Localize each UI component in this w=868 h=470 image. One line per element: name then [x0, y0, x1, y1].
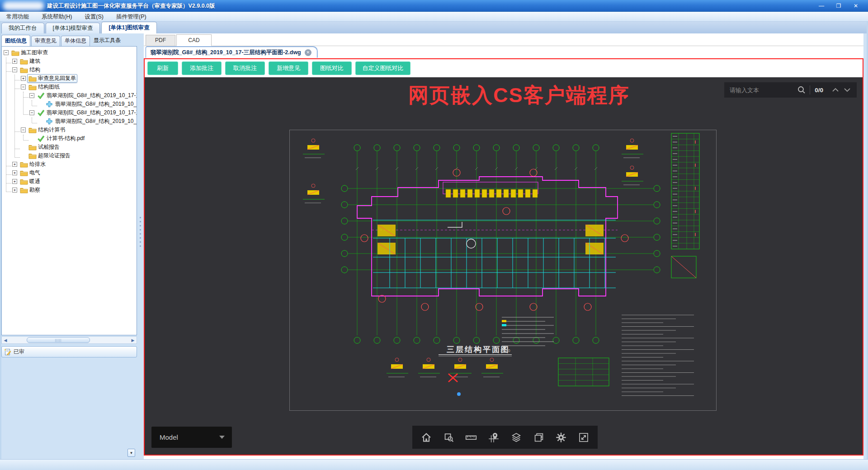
tree-item[interactable]: −结构: [2, 66, 137, 74]
menu-item-1[interactable]: 常用功能: [0, 12, 35, 22]
action-button-4[interactable]: 新增意见: [269, 61, 308, 75]
scrollbar-thumb[interactable]: [27, 337, 90, 343]
search-input[interactable]: [730, 87, 797, 94]
tree-item-label: 超限论证报告: [38, 152, 71, 160]
format-tab-pdf[interactable]: PDF: [146, 35, 175, 46]
reviewed-status-label: 已审: [14, 348, 24, 356]
layers-icon[interactable]: [507, 428, 525, 446]
file-tab-close-icon[interactable]: ✕: [305, 49, 311, 56]
menu-item-2[interactable]: 系统帮助(H): [35, 12, 78, 22]
action-button-1[interactable]: 刷新: [147, 61, 178, 75]
tree-connector: [24, 97, 28, 98]
minimize-button[interactable]: —: [813, 0, 830, 12]
tree-item[interactable]: +暖通: [2, 177, 137, 186]
main-tab-1[interactable]: 我的工作台: [1, 23, 44, 33]
menu-item-4[interactable]: 插件管理(P): [110, 12, 153, 22]
locate-point-icon[interactable]: [485, 428, 503, 446]
zoom-window-icon[interactable]: [440, 428, 458, 446]
main-tab-3[interactable]: [单体1]图纸审查: [101, 22, 156, 33]
tree-connector: [14, 75, 15, 157]
window-title: 建设工程设计施工图一体化审查服务平台（审查专家版）V2.9.0.0版: [47, 0, 215, 12]
tree-item[interactable]: −翡翠湖别院_G8#_结构_2019_10_17-三层结构平面图-2.dwg: [2, 108, 137, 117]
tree-horizontal-scrollbar[interactable]: ◀ ▶: [1, 336, 137, 344]
action-button-5[interactable]: 图纸对比: [312, 61, 352, 75]
search-next-icon[interactable]: [841, 85, 853, 95]
search-previous-icon[interactable]: [830, 85, 841, 95]
action-button-3[interactable]: 取消批注: [225, 61, 265, 75]
tree-connector: [15, 149, 20, 149]
tree-item[interactable]: −结构图纸: [2, 83, 137, 91]
tree-item[interactable]: 试桩报告: [2, 143, 137, 151]
format-tab-cad[interactable]: CAD: [176, 34, 212, 46]
home-icon[interactable]: [417, 428, 435, 446]
menu-item-3[interactable]: 设置(S): [78, 12, 110, 22]
review-status-bar: 已审: [1, 346, 137, 357]
search-icon[interactable]: [797, 85, 806, 94]
folder-icon: [20, 58, 28, 65]
tree-item[interactable]: +电气: [2, 169, 137, 177]
tree-expander[interactable]: −: [12, 67, 17, 72]
format-tab-bar: PDFCAD: [144, 34, 863, 46]
tree-item[interactable]: +建筑: [2, 57, 137, 66]
folder-icon: [20, 187, 28, 194]
tree-connector: [15, 80, 20, 80]
splitter-grip-icon: [140, 217, 141, 249]
action-button-2[interactable]: 添加批注: [182, 61, 222, 75]
plus-icon: [46, 118, 54, 125]
panel-splitter[interactable]: [137, 34, 144, 458]
tree-item[interactable]: −施工图审查: [2, 48, 137, 57]
app-logo: [3, 1, 44, 10]
display-toolbar-label[interactable]: 显示工具条: [94, 37, 121, 44]
cad-canvas[interactable]: 网页嵌入CS客户端程序 0/0: [145, 77, 863, 455]
tree-connector: [6, 63, 11, 63]
tree-expander[interactable]: +: [12, 188, 17, 193]
tree-item[interactable]: +审查意见回复单: [2, 74, 137, 83]
tree-item[interactable]: −结构计算书: [2, 126, 137, 134]
settings-icon[interactable]: [552, 428, 570, 446]
tree-item-label: 结构: [29, 66, 40, 74]
main-tab-2[interactable]: [单体1]模型审查: [46, 23, 100, 33]
left-tab-2[interactable]: 审查意见: [31, 36, 60, 46]
tree-connector: [15, 132, 20, 132]
viewports-icon[interactable]: [530, 428, 548, 446]
scroll-right-arrow-icon[interactable]: ▶: [129, 338, 137, 343]
tree-expander[interactable]: +: [12, 59, 17, 64]
left-tab-3[interactable]: 单体信息: [61, 36, 90, 46]
tree-item[interactable]: 计算书-结构.pdf: [2, 134, 137, 143]
tree-expander[interactable]: −: [29, 110, 34, 115]
action-button-6[interactable]: 自定义图纸对比: [355, 61, 410, 75]
tree-item[interactable]: −翡翠湖别院_G8#_结构_2019_10_17-三层结构平面图-2.dwg: [2, 91, 137, 100]
tree-connector: [32, 123, 37, 123]
tree-expander[interactable]: +: [12, 179, 17, 184]
tree-expander[interactable]: +: [21, 76, 26, 81]
tree-item[interactable]: 翡翠湖别院_G8#_结构_2019_10_17-三层结构平面图-2.dwg: [2, 117, 137, 126]
tree-expander[interactable]: −: [21, 85, 26, 89]
tree-item[interactable]: 超限论证报告: [2, 151, 137, 160]
tree-item[interactable]: +给排水: [2, 160, 137, 169]
tree-expander[interactable]: −: [4, 50, 9, 55]
folder-icon: [20, 161, 28, 168]
left-tab-1[interactable]: 图纸信息: [1, 35, 30, 46]
tree-item-label: 勘察: [29, 186, 40, 194]
tree-item[interactable]: +勘察: [2, 186, 137, 194]
measure-icon[interactable]: [462, 428, 480, 446]
drawing-scale: 1:100: [500, 348, 510, 353]
file-tab[interactable]: 翡翠湖别院_G8#_结构_2019_10_17-三层结构平面图-2.dwg ✕: [146, 47, 317, 58]
tree-expander[interactable]: −: [21, 127, 26, 132]
tree-expander[interactable]: +: [12, 162, 17, 167]
tree-item-label: 施工图审查: [21, 49, 48, 56]
check-icon: [37, 109, 45, 117]
layout-model-selector[interactable]: Model: [151, 427, 232, 448]
folder-icon: [28, 144, 37, 151]
tree-item[interactable]: 翡翠湖别院_G8#_结构_2019_10_17-三层结构平面图-2.dwg: [2, 100, 137, 108]
scroll-left-arrow-icon[interactable]: ◀: [2, 338, 9, 343]
toolbar-dropdown-button[interactable]: ▼: [127, 449, 135, 457]
fullscreen-icon[interactable]: [575, 428, 593, 446]
tree-connector: [6, 192, 11, 192]
tree-expander[interactable]: −: [29, 93, 34, 98]
tree-expander[interactable]: +: [12, 170, 17, 175]
close-button[interactable]: ✕: [847, 0, 864, 12]
maximize-button[interactable]: ❐: [830, 0, 847, 12]
tree-item-label: 翡翠湖别院_G8#_结构_2019_10_17-三层结构平面图-2.dwg: [47, 92, 137, 99]
tree-connector: [6, 174, 11, 175]
